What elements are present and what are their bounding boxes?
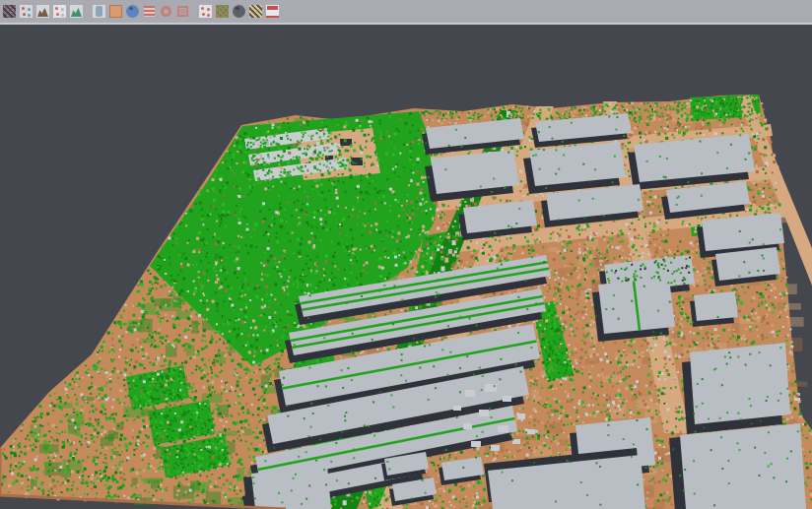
toolbar: [0, 0, 812, 23]
vegetation-model-icon[interactable]: [69, 4, 84, 19]
globe-icon[interactable]: [125, 4, 140, 19]
target-ring-icon[interactable]: [159, 4, 173, 19]
3d-viewport[interactable]: [0, 25, 812, 509]
clip-region-icon[interactable]: [198, 4, 213, 19]
scene-canvas[interactable]: [0, 25, 812, 509]
scatter-compare-icon[interactable]: [19, 4, 34, 19]
report-icon[interactable]: [265, 4, 280, 19]
toolbar-icon-strip: [1, 4, 281, 19]
selection-brackets-icon[interactable]: [175, 4, 190, 19]
ortho-tile-icon[interactable]: [108, 4, 123, 19]
annotated-map-icon[interactable]: [248, 4, 263, 19]
render-sphere-icon[interactable]: [232, 4, 246, 19]
classification-map-icon[interactable]: [215, 4, 230, 19]
point-cloud-icon[interactable]: [2, 4, 17, 19]
terrain-model-icon[interactable]: [35, 4, 50, 19]
sparse-points-icon[interactable]: [52, 4, 67, 19]
column-profile-icon[interactable]: [92, 4, 106, 19]
layer-list-icon[interactable]: [142, 4, 157, 19]
app-window: [0, 0, 812, 509]
